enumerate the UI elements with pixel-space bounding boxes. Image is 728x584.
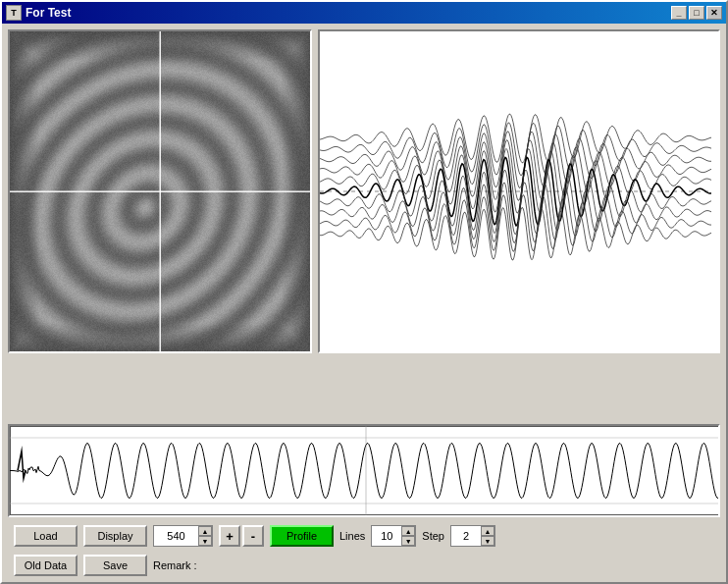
bottom-signal-panel	[8, 424, 720, 517]
lines-spin-buttons: ▲ ▼	[401, 526, 415, 546]
main-window: T For Test _ □ ✕ Load Disp	[0, 0, 728, 584]
crosshair-vertical	[160, 31, 161, 351]
step-spin-up[interactable]: ▲	[481, 526, 494, 536]
window-content: Load Display ▲ ▼ + - Profile Lines ▲ ▼	[2, 24, 726, 584]
window-title: For Test	[26, 6, 71, 20]
step-input[interactable]	[451, 526, 481, 546]
waveform-panel	[318, 29, 720, 353]
value-540-group: ▲ ▼	[153, 525, 213, 547]
signal-canvas	[10, 426, 720, 515]
step-value-group: ▲ ▼	[450, 525, 495, 547]
remark-label: Remark :	[153, 559, 197, 571]
step-spin-buttons: ▲ ▼	[481, 526, 494, 546]
fringe-image-panel	[8, 29, 312, 353]
maximize-button[interactable]: □	[689, 6, 704, 20]
old-data-button[interactable]: Old Data	[14, 555, 78, 576]
load-button[interactable]: Load	[14, 525, 78, 547]
step-label: Step	[422, 530, 444, 542]
lines-input[interactable]	[372, 526, 401, 546]
profile-button[interactable]: Profile	[270, 525, 334, 547]
spin-buttons: ▲ ▼	[198, 526, 212, 546]
window-icon: T	[6, 5, 22, 21]
minimize-button[interactable]: _	[671, 6, 687, 20]
plus-button[interactable]: +	[219, 525, 240, 547]
spin-down-button[interactable]: ▼	[198, 536, 212, 546]
step-spin-down[interactable]: ▼	[481, 536, 494, 546]
controls-row-1: Load Display ▲ ▼ + - Profile Lines ▲ ▼	[8, 521, 720, 551]
plus-minus-group: + -	[219, 525, 264, 547]
lines-label: Lines	[339, 530, 365, 542]
close-button[interactable]: ✕	[706, 6, 722, 20]
controls-row-2: Old Data Save Remark :	[8, 555, 720, 580]
top-row	[8, 29, 720, 420]
lines-spin-up[interactable]: ▲	[401, 526, 415, 536]
waveform-canvas	[320, 31, 712, 351]
save-button[interactable]: Save	[83, 555, 147, 576]
display-button[interactable]: Display	[83, 525, 147, 547]
minus-button[interactable]: -	[242, 525, 264, 547]
titlebar-buttons: _ □ ✕	[671, 6, 722, 20]
titlebar: T For Test _ □ ✕	[2, 2, 726, 24]
lines-value-group: ▲ ▼	[371, 525, 416, 547]
value-540-input[interactable]	[154, 526, 198, 546]
lines-spin-down[interactable]: ▼	[401, 536, 415, 546]
spin-up-button[interactable]: ▲	[198, 526, 212, 536]
